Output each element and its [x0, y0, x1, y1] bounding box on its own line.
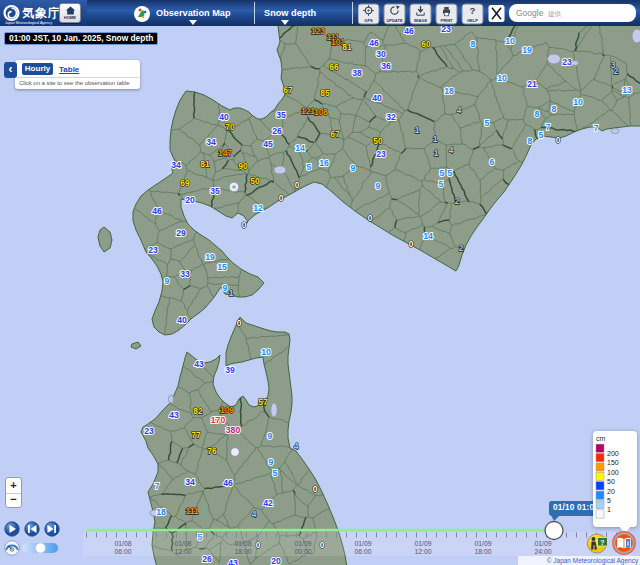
- svg-text:Google: Google: [516, 8, 544, 18]
- svg-text:43: 43: [228, 558, 238, 565]
- svg-text:0: 0: [368, 213, 373, 223]
- svg-text:60: 60: [421, 39, 431, 49]
- svg-text:気象庁: 気象庁: [21, 6, 61, 20]
- svg-text:8: 8: [471, 39, 476, 49]
- svg-text:23: 23: [148, 245, 158, 255]
- svg-text:9: 9: [223, 283, 228, 293]
- svg-text:50: 50: [607, 478, 615, 485]
- svg-text:0: 0: [242, 220, 247, 230]
- svg-text:5: 5: [440, 168, 445, 178]
- svg-text:200: 200: [607, 450, 619, 457]
- svg-text:0: 0: [295, 180, 300, 190]
- svg-text:9: 9: [351, 163, 356, 173]
- svg-text:8: 8: [535, 109, 540, 119]
- svg-text:16: 16: [319, 158, 329, 168]
- svg-text:5: 5: [607, 497, 611, 504]
- svg-text:39: 39: [225, 365, 235, 375]
- svg-text:147: 147: [218, 148, 232, 158]
- svg-text:HELP: HELP: [467, 18, 478, 23]
- svg-text:?: ?: [470, 5, 476, 16]
- svg-text:46: 46: [404, 26, 414, 36]
- svg-text:10: 10: [573, 97, 583, 107]
- svg-text:50: 50: [373, 136, 383, 146]
- svg-text:40: 40: [177, 315, 187, 325]
- svg-text:33: 33: [180, 269, 190, 279]
- svg-text:19: 19: [522, 45, 532, 55]
- svg-text:8: 8: [528, 136, 533, 146]
- svg-text:23: 23: [562, 57, 572, 67]
- svg-text:34: 34: [206, 137, 216, 147]
- svg-text:i: i: [627, 540, 629, 547]
- svg-text:34: 34: [171, 160, 181, 170]
- svg-text:40: 40: [219, 112, 229, 122]
- svg-text:29: 29: [176, 228, 186, 238]
- svg-text:14: 14: [423, 231, 433, 241]
- svg-text:82: 82: [193, 406, 203, 416]
- svg-text:21: 21: [527, 79, 537, 89]
- svg-text:5: 5: [485, 118, 490, 128]
- svg-text:36: 36: [381, 61, 391, 71]
- svg-text:35: 35: [210, 186, 220, 196]
- svg-text:8: 8: [552, 104, 557, 114]
- svg-text:9: 9: [165, 276, 170, 286]
- svg-text:111: 111: [185, 506, 198, 516]
- svg-text:18: 18: [444, 86, 454, 96]
- svg-text:23: 23: [144, 426, 154, 436]
- svg-text:1: 1: [434, 148, 439, 158]
- svg-text:?: ?: [600, 539, 604, 546]
- svg-text:43: 43: [169, 410, 179, 420]
- svg-text:1: 1: [229, 288, 234, 298]
- svg-text:Japan Meteorological Agency: Japan Meteorological Agency: [5, 21, 52, 25]
- svg-text:150: 150: [607, 459, 619, 466]
- svg-text:19: 19: [205, 252, 215, 262]
- svg-text:4: 4: [449, 145, 454, 155]
- svg-text:42: 42: [263, 498, 273, 508]
- svg-text:50: 50: [250, 176, 260, 186]
- svg-text:14: 14: [295, 143, 305, 153]
- svg-text:40: 40: [372, 93, 382, 103]
- svg-text:2: 2: [455, 196, 460, 206]
- svg-text:9: 9: [269, 457, 274, 467]
- svg-text:5: 5: [539, 130, 544, 140]
- svg-text:46: 46: [152, 206, 162, 216]
- svg-text:6: 6: [490, 157, 495, 167]
- svg-text:0: 0: [556, 135, 561, 145]
- svg-text:10: 10: [261, 347, 271, 357]
- svg-text:15: 15: [217, 262, 227, 272]
- svg-text:81: 81: [200, 159, 210, 169]
- svg-text:85: 85: [320, 88, 330, 98]
- svg-text:1: 1: [433, 134, 438, 144]
- svg-text:18: 18: [156, 507, 166, 517]
- svg-text:7: 7: [155, 481, 160, 491]
- svg-text:2: 2: [614, 66, 619, 76]
- svg-text:4: 4: [252, 509, 257, 519]
- svg-text:30: 30: [376, 49, 386, 59]
- svg-text:20: 20: [185, 195, 195, 205]
- svg-text:90: 90: [238, 161, 248, 171]
- svg-text:5: 5: [439, 179, 444, 189]
- svg-text:46: 46: [223, 478, 233, 488]
- svg-text:32: 32: [386, 112, 396, 122]
- svg-text:43: 43: [194, 359, 204, 369]
- svg-text:108: 108: [314, 107, 328, 117]
- svg-text:66: 66: [329, 62, 339, 72]
- svg-text:4: 4: [294, 441, 299, 451]
- svg-text:7: 7: [594, 123, 599, 133]
- svg-text:9: 9: [376, 181, 381, 191]
- svg-text:0: 0: [409, 239, 414, 249]
- svg-text:109: 109: [220, 405, 234, 415]
- svg-text:5: 5: [307, 162, 312, 172]
- svg-text:UPDATE: UPDATE: [386, 18, 402, 23]
- svg-text:PRINT: PRINT: [441, 18, 454, 23]
- svg-text:20: 20: [607, 488, 615, 495]
- svg-text:123: 123: [311, 26, 325, 36]
- svg-text:9: 9: [268, 431, 273, 441]
- svg-text:77: 77: [191, 430, 201, 440]
- svg-text:67: 67: [330, 129, 340, 139]
- svg-text:GPS: GPS: [364, 18, 373, 23]
- svg-text:1: 1: [415, 125, 420, 135]
- svg-text:20: 20: [271, 556, 281, 565]
- svg-text:10: 10: [497, 73, 507, 83]
- svg-text:5: 5: [448, 168, 453, 178]
- svg-text:67: 67: [283, 85, 293, 95]
